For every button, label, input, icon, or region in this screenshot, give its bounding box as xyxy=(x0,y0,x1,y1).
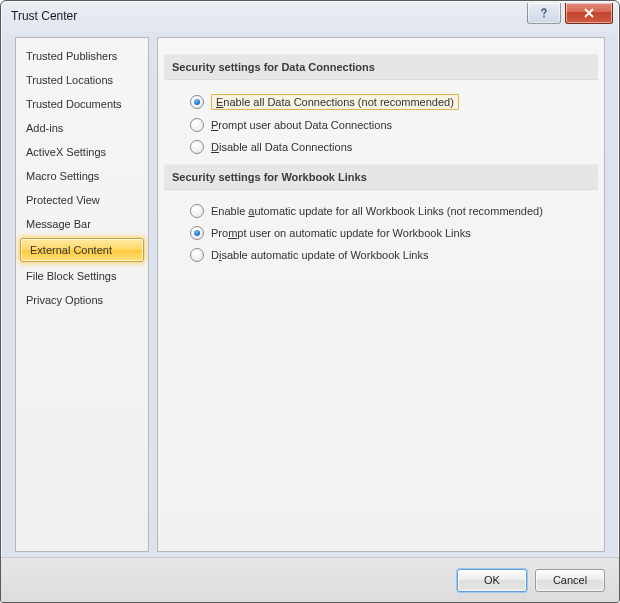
radio-label: Enable all Data Connections (not recomme… xyxy=(211,94,459,110)
radio-label: Prompt user on automatic update for Work… xyxy=(211,227,471,239)
section-header-data-connections: Security settings for Data Connections xyxy=(164,54,598,80)
content-panel: Security settings for Data Connections E… xyxy=(157,37,605,552)
sidebar-item-label: Protected View xyxy=(26,194,100,206)
radio-icon xyxy=(190,226,204,240)
radio-label: Enable automatic update for all Workbook… xyxy=(211,205,543,217)
sidebar-item-label: Add-ins xyxy=(26,122,63,134)
close-button[interactable] xyxy=(565,3,613,24)
help-button[interactable] xyxy=(527,3,561,24)
sidebar-item-label: Macro Settings xyxy=(26,170,99,182)
radio-enable-all-data-connections[interactable]: Enable all Data Connections (not recomme… xyxy=(172,90,590,114)
sidebar-item-label: External Content xyxy=(30,244,112,256)
section-header-workbook-links: Security settings for Workbook Links xyxy=(164,164,598,190)
radio-enable-auto-update-links[interactable]: Enable automatic update for all Workbook… xyxy=(172,200,590,222)
sidebar-item-privacy-options[interactable]: Privacy Options xyxy=(16,288,148,312)
sidebar-item-macro-settings[interactable]: Macro Settings xyxy=(16,164,148,188)
radio-prompt-data-connections[interactable]: Prompt user about Data Connections xyxy=(172,114,590,136)
category-sidebar: Trusted Publishers Trusted Locations Tru… xyxy=(15,37,149,552)
sidebar-item-trusted-publishers[interactable]: Trusted Publishers xyxy=(16,44,148,68)
sidebar-item-label: Trusted Documents xyxy=(26,98,122,110)
radio-icon xyxy=(190,248,204,262)
radio-label: Prompt user about Data Connections xyxy=(211,119,392,131)
ok-button[interactable]: OK xyxy=(457,569,527,592)
radio-icon xyxy=(190,118,204,132)
radio-disable-auto-update-links[interactable]: Disable automatic update of Workbook Lin… xyxy=(172,244,590,266)
sidebar-item-label: File Block Settings xyxy=(26,270,116,282)
sidebar-item-trusted-documents[interactable]: Trusted Documents xyxy=(16,92,148,116)
sidebar-item-file-block-settings[interactable]: File Block Settings xyxy=(16,264,148,288)
dialog-client-area: Trusted Publishers Trusted Locations Tru… xyxy=(15,37,605,552)
cancel-button[interactable]: Cancel xyxy=(535,569,605,592)
radio-prompt-auto-update-links[interactable]: Prompt user on automatic update for Work… xyxy=(172,222,590,244)
help-icon xyxy=(538,7,550,19)
sidebar-item-label: ActiveX Settings xyxy=(26,146,106,158)
sidebar-item-protected-view[interactable]: Protected View xyxy=(16,188,148,212)
radio-icon xyxy=(190,95,204,109)
sidebar-item-label: Trusted Locations xyxy=(26,74,113,86)
close-icon xyxy=(583,8,595,18)
sidebar-item-trusted-locations[interactable]: Trusted Locations xyxy=(16,68,148,92)
sidebar-item-external-content[interactable]: External Content xyxy=(20,238,144,262)
sidebar-item-label: Privacy Options xyxy=(26,294,103,306)
sidebar-item-label: Message Bar xyxy=(26,218,91,230)
titlebar-buttons xyxy=(527,3,613,24)
radio-label: Disable all Data Connections xyxy=(211,141,352,153)
titlebar[interactable]: Trust Center xyxy=(1,1,619,31)
sidebar-item-add-ins[interactable]: Add-ins xyxy=(16,116,148,140)
radio-icon xyxy=(190,204,204,218)
radio-disable-data-connections[interactable]: Disable all Data Connections xyxy=(172,136,590,158)
trust-center-dialog: Trust Center Trusted Publishers Trusted … xyxy=(0,0,620,603)
sidebar-item-message-bar[interactable]: Message Bar xyxy=(16,212,148,236)
window-title: Trust Center xyxy=(11,9,527,23)
sidebar-item-label: Trusted Publishers xyxy=(26,50,117,62)
sidebar-item-activex-settings[interactable]: ActiveX Settings xyxy=(16,140,148,164)
radio-icon xyxy=(190,140,204,154)
radio-label: Disable automatic update of Workbook Lin… xyxy=(211,249,429,261)
dialog-footer: OK Cancel xyxy=(1,557,619,602)
